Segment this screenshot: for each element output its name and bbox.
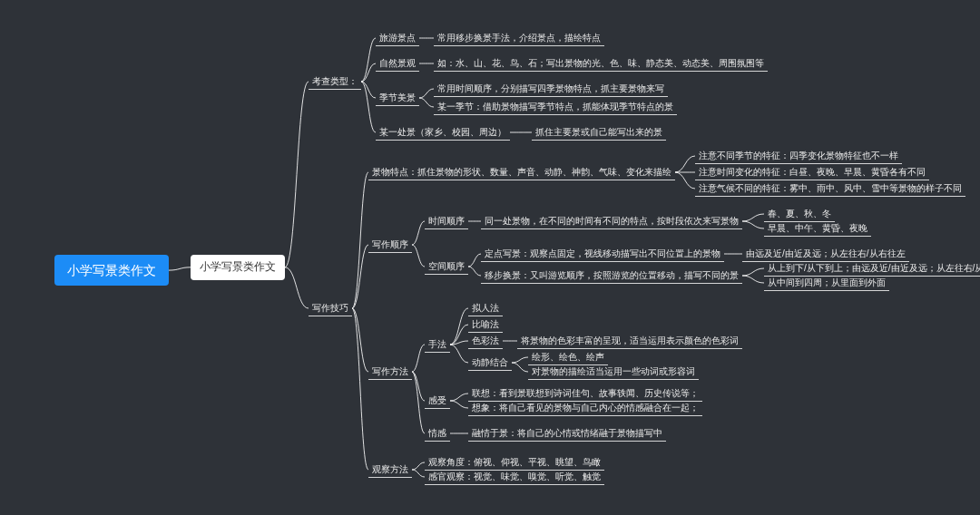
node-label: 同一处景物，在不同的时间有不同的特点，按时段依次来写景物 [485,215,739,227]
mindmap-node[interactable]: 写作顺序 [368,237,412,253]
node-label: 景物特点：抓住景物的形状、数量、声音、动静、神韵、气味、变化来描绘 [372,166,671,178]
node-label: 拟人法 [472,302,499,314]
mindmap-node[interactable]: 某一处景（家乡、校园、周边） [376,124,510,141]
mindmap-node[interactable]: 拟人法 [468,300,503,316]
node-label: 色彩法 [472,335,499,346]
node-label: 注意时间变化的特征：白昼、夜晚、早晨、黄昏各有不同 [699,166,926,178]
node-label: 移步换景：又叫游览顺序，按照游览的位置移动，描写不同的景 [485,269,739,281]
node-label: 小学写景类作文 [67,262,156,278]
mindmap-node[interactable]: 常用移步换景手法，介绍景点，描绘特点 [434,30,604,46]
node-label: 绘形、绘色、绘声 [532,351,604,363]
node-label: 小学写景类作文 [200,260,276,275]
mindmap-node[interactable]: 如：水、山、花、鸟、石；写出景物的光、色、味、静态美、动态美、周围氛围等 [434,55,768,72]
node-label: 常用时间顺序，分别描写四季景物特点，抓主要景物来写 [437,83,664,94]
node-label: 注意不同季节的特征：四季变化景物特征也不一样 [699,150,898,161]
mindmap-canvas[interactable]: 小学写景类作文小学写景类作文考查类型：旅游景点常用移步换景手法，介绍景点，描绘特… [0,0,980,515]
mindmap-node[interactable]: 旅游景点 [376,30,419,46]
mindmap-node[interactable]: 常用时间顺序，分别描写四季景物特点，抓主要景物来写 [434,81,668,97]
node-label: 手法 [428,338,446,350]
node-label: 将景物的色彩丰富的呈现，适当运用表示颜色的色彩词 [521,335,739,346]
node-label: 由远及近/由近及远；从左往右/从右往左 [746,248,906,259]
mindmap-node[interactable]: 比喻法 [468,316,503,333]
node-label: 空间顺序 [428,260,465,272]
mindmap-node[interactable]: 情感 [425,425,450,442]
mindmap-node[interactable]: 注意不同季节的特征：四季变化景物特征也不一样 [695,148,902,164]
node-label: 联想：看到景联想到诗词佳句、故事轶闻、历史传说等； [472,387,699,399]
node-label: 定点写景：观察点固定，视线移动描写出不同位置上的景物 [485,248,720,259]
node-label: 观察角度：俯视、仰视、平视、眺望、鸟瞰 [428,456,601,468]
mindmap-node[interactable]: 观察方法 [368,462,412,478]
node-label: 时间顺序 [428,215,465,227]
mindmap-node[interactable]: 将景物的色彩丰富的呈现，适当运用表示颜色的色彩词 [517,333,742,349]
node-label: 写作顺序 [372,238,408,250]
mindmap-node[interactable]: 季节美景 [376,90,419,106]
mindmap-node[interactable]: 景物特点：抓住景物的形状、数量、声音、动静、神韵、气味、变化来描绘 [368,164,675,180]
node-label: 旅游景点 [379,32,416,44]
mindmap-node[interactable]: 手法 [425,336,450,353]
mindmap-node[interactable]: 写作技巧 [309,300,352,316]
mindmap-node[interactable]: 移步换景：又叫游览顺序，按照游览的位置移动，描写不同的景 [481,267,742,284]
mindmap-node[interactable]: 注意气候不同的特征：雾中、雨中、风中、雪中等景物的样子不同 [695,180,965,197]
mindmap-node[interactable]: 写作方法 [368,364,412,380]
node-label: 从上到下/从下到上；由远及近/由近及远；从左往右/从右往左 [768,262,980,274]
node-label: 注意气候不同的特征：雾中、雨中、风中、雪中等景物的样子不同 [699,182,962,194]
node-label: 抓住主要景或自己能写出来的景 [535,126,662,138]
mindmap-node[interactable]: 动静结合 [468,355,512,371]
mindmap-node[interactable]: 注意时间变化的特征：白昼、夜晚、早晨、黄昏各有不同 [695,164,929,180]
node-label: 某一季节：借助景物描写季节特点，抓能体现季节特点的景 [437,101,673,112]
node-label: 写作方法 [372,365,408,377]
mindmap-node[interactable]: 感受 [425,393,450,409]
mindmap-node[interactable]: 小学写景类作文 [54,255,169,286]
mindmap-node[interactable]: 时间顺序 [425,213,468,229]
node-label: 从中间到四周；从里面到外面 [768,277,886,288]
mindmap-node[interactable]: 小学写景类作文 [191,255,285,280]
node-label: 比喻法 [472,318,499,330]
node-label: 动静结合 [472,356,508,368]
mindmap-node[interactable]: 空间顺序 [425,258,468,275]
node-label: 常用移步换景手法，介绍景点，描绘特点 [437,32,601,44]
mindmap-node[interactable]: 早晨、中午、黄昏、夜晚 [764,220,871,237]
mindmap-node[interactable]: 感官观察：视觉、味觉、嗅觉、听觉、触觉 [425,469,604,485]
node-label: 春、夏、秋、冬 [768,208,831,219]
node-label: 季节美景 [379,92,416,103]
node-label: 观察方法 [372,463,408,475]
mindmap-node[interactable]: 从中间到四周；从里面到外面 [764,275,889,291]
mindmap-node[interactable]: 自然景观 [376,55,419,72]
mindmap-node[interactable]: 融情于景：将自己的心情或情绪融于景物描写中 [468,425,666,442]
mindmap-node[interactable]: 色彩法 [468,333,503,349]
node-label: 情感 [428,427,446,439]
mindmap-node[interactable]: 想象：将自己看见的景物与自己内心的情感融合在一起； [468,400,702,416]
node-label: 融情于景：将自己的心情或情绪融于景物描写中 [472,427,662,439]
node-label: 对景物的描绘适当运用一些动词或形容词 [532,365,695,377]
node-label: 早晨、中午、黄昏、夜晚 [768,222,867,234]
node-label: 想象：将自己看见的景物与自己内心的情感融合在一起； [472,402,699,413]
node-label: 考查类型： [312,75,358,87]
node-label: 感受 [428,394,446,406]
mindmap-node[interactable]: 对景物的描绘适当运用一些动词或形容词 [528,364,699,380]
mindmap-node[interactable]: 抓住主要景或自己能写出来的景 [532,124,666,141]
node-label: 写作技巧 [312,302,348,314]
node-label: 某一处景（家乡、校园、周边） [379,126,506,138]
node-label: 感官观察：视觉、味觉、嗅觉、听觉、触觉 [428,471,601,482]
mindmap-node[interactable]: 定点写景：观察点固定，视线移动描写出不同位置上的景物 [481,246,724,262]
node-label: 自然景观 [379,57,416,69]
mindmap-node[interactable]: 同一处景物，在不同的时间有不同的特点，按时段依次来写景物 [481,213,742,229]
mindmap-node[interactable]: 考查类型： [309,73,361,90]
mindmap-node[interactable]: 某一季节：借助景物描写季节特点，抓能体现季节特点的景 [434,99,677,115]
node-label: 如：水、山、花、鸟、石；写出景物的光、色、味、静态美、动态美、周围氛围等 [437,57,764,69]
